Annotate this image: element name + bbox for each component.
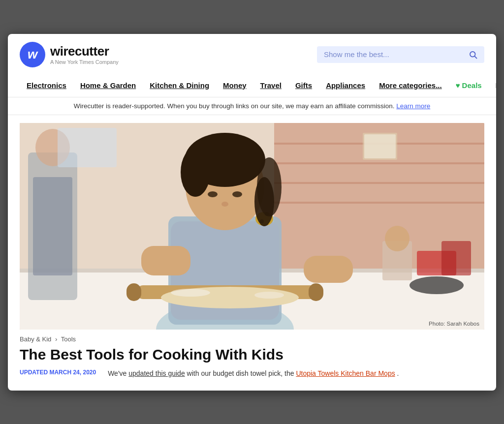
search-input[interactable] (324, 50, 465, 59)
search-bar[interactable] (317, 46, 484, 63)
svg-line-1 (474, 56, 476, 58)
svg-rect-5 (274, 162, 484, 164)
nav-item-blog[interactable]: Blog (489, 75, 496, 97)
svg-rect-40 (58, 128, 117, 167)
svg-point-36 (385, 226, 410, 251)
breadcrumb: Baby & Kid › Tools (20, 335, 484, 343)
learn-more-link[interactable]: Learn more (396, 102, 430, 110)
nav-item-more-categories[interactable]: More categories... (372, 75, 449, 97)
svg-point-23 (254, 177, 274, 226)
svg-rect-6 (274, 182, 484, 184)
article-description: We've updated this guide with our budget… (108, 368, 399, 379)
nav-item-electronics[interactable]: Electronics (20, 75, 73, 97)
svg-rect-12 (33, 177, 72, 275)
nav-item-gifts[interactable]: Gifts (288, 75, 319, 97)
svg-rect-30 (126, 283, 141, 301)
logo-text: wirecutter A New York Times Company (50, 44, 119, 65)
nav-item-travel[interactable]: Travel (253, 75, 288, 97)
search-button[interactable] (469, 50, 477, 59)
heart-icon: ♥ (456, 81, 460, 90)
logo-area[interactable]: w wirecutter A New York Times Company (20, 42, 119, 67)
svg-rect-7 (274, 202, 484, 204)
svg-point-25 (232, 191, 242, 197)
site-header: w wirecutter A New York Times Company (8, 34, 496, 97)
site-name: wirecutter (50, 44, 119, 59)
nav-item-money[interactable]: Money (216, 75, 253, 97)
breadcrumb-parent-link[interactable]: Baby & Kid (20, 335, 51, 343)
main-nav: Electronics Home & Garden Kitchen & Dini… (20, 75, 484, 97)
svg-point-33 (171, 289, 210, 297)
article-title: The Best Tools for Cooking With Kids (20, 346, 484, 363)
svg-point-34 (254, 292, 284, 299)
article-meta-row: UPDATED MARCH 24, 2020 We've updated thi… (20, 368, 484, 379)
breadcrumb-separator: › (55, 335, 57, 343)
svg-rect-28 (304, 256, 353, 283)
product-link[interactable]: Utopia Towels Kitchen Bar Mops (296, 369, 395, 377)
svg-point-39 (410, 276, 464, 294)
search-icon (469, 50, 477, 59)
hero-image (20, 123, 484, 330)
nav-item-appliances[interactable]: Appliances (319, 75, 372, 97)
svg-rect-38 (441, 241, 471, 275)
article-area: Baby & Kid › Tools The Best Tools for Co… (8, 330, 496, 391)
svg-rect-31 (309, 283, 323, 301)
updated-guide-link[interactable]: updated this guide (128, 369, 185, 377)
breadcrumb-child: Tools (61, 335, 76, 343)
svg-rect-27 (141, 246, 190, 275)
site-logo-icon: w (20, 42, 45, 67)
nav-item-kitchen-dining[interactable]: Kitchen & Dining (143, 75, 216, 97)
updated-label: UPDATED MARCH 24, 2020 (20, 369, 96, 376)
svg-point-21 (181, 148, 210, 197)
affiliate-notice: Wirecutter is reader-supported. When you… (8, 97, 496, 115)
site-subtitle: A New York Times Company (50, 59, 119, 65)
browser-frame: w wirecutter A New York Times Company (8, 34, 496, 391)
nav-item-deals[interactable]: ♥ Deals (449, 75, 489, 97)
header-top: w wirecutter A New York Times Company (20, 42, 484, 67)
svg-rect-42 (364, 134, 396, 158)
svg-point-26 (221, 202, 228, 207)
nav-item-home-garden[interactable]: Home & Garden (73, 75, 143, 97)
photo-credit: Photo: Sarah Kobos (429, 321, 479, 327)
hero-image-container: Photo: Sarah Kobos (20, 123, 484, 330)
svg-point-24 (208, 191, 218, 197)
